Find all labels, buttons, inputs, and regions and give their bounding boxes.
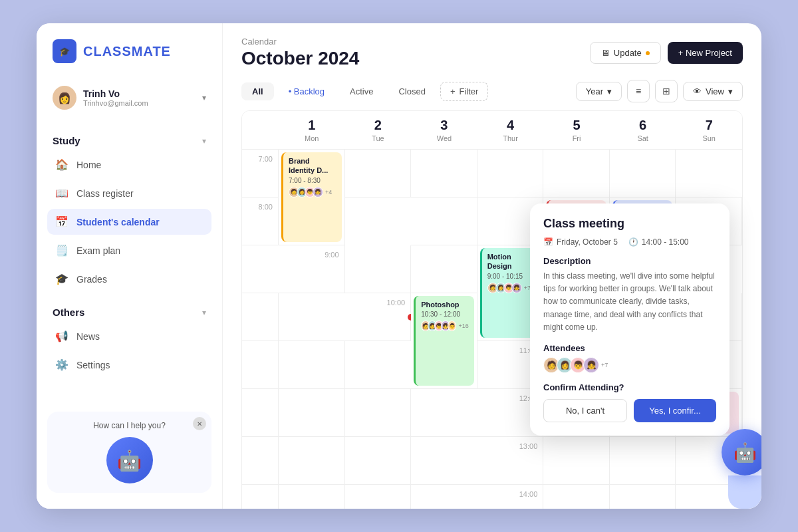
cell-tue-1300 bbox=[610, 437, 676, 485]
cell-sun-1300 bbox=[411, 485, 477, 509]
cell-mon-1400 bbox=[543, 485, 610, 509]
logo-area: 🎓 CLASSMATE bbox=[47, 39, 211, 63]
cell-thu-1300 bbox=[242, 485, 279, 509]
year-chevron-icon: ▾ bbox=[607, 86, 612, 96]
event-brand-identity[interactable]: Brand Identity D... 7:00 - 8:30 🧑 👩 👦 👧 … bbox=[281, 152, 342, 242]
filter-backlog[interactable]: Backlog bbox=[278, 82, 335, 100]
cell-mon-900 bbox=[345, 245, 412, 293]
sidebar-item-grades[interactable]: 🎓 Grades bbox=[47, 266, 211, 292]
time-1300: 13:00 bbox=[477, 437, 544, 485]
list-view-button[interactable]: ≡ bbox=[627, 80, 650, 102]
sidebar-item-news-label: News bbox=[76, 331, 100, 342]
popup-title: Class meeting bbox=[543, 217, 716, 231]
logo-icon: 🎓 bbox=[53, 39, 76, 63]
year-view-button[interactable]: Year ▾ bbox=[576, 82, 622, 101]
cell-mon-1000[interactable]: Photoshop 10:30 - 12:00 🧑 👩 👦 👧 👨 +16 bbox=[411, 293, 477, 389]
time-700: 7:00 bbox=[242, 150, 279, 198]
grid-view-button[interactable]: ⊞ bbox=[655, 80, 678, 102]
cell-sat-1200 bbox=[345, 437, 412, 485]
update-dot bbox=[646, 51, 650, 55]
page-title: October 2024 bbox=[241, 48, 359, 69]
time-800: 8:00 bbox=[242, 198, 279, 245]
event-photoshop-time: 10:30 - 12:00 bbox=[421, 311, 469, 318]
calendar-area[interactable]: ‹ 1 Mon 2 Tue 3 Wed bbox=[223, 110, 761, 509]
sidebar-item-class-register-label: Class register bbox=[76, 188, 134, 199]
day-name-1: Mon bbox=[279, 134, 345, 142]
exam-icon: 🗒️ bbox=[55, 244, 68, 257]
cell-sat-1300 bbox=[345, 485, 412, 509]
ps-extra: +16 bbox=[458, 323, 468, 329]
sidebar-item-home[interactable]: 🏠 Home bbox=[47, 152, 211, 178]
breadcrumb: Calendar bbox=[241, 37, 359, 47]
user-email: Trinhvo@gmail.com bbox=[83, 99, 196, 107]
update-button[interactable]: 🖥 Update bbox=[590, 42, 661, 64]
chat-bot-avatar[interactable]: 🤖 bbox=[106, 437, 153, 483]
event-photoshop[interactable]: Photoshop 10:30 - 12:00 🧑 👩 👦 👧 👨 +16 bbox=[414, 296, 474, 386]
view-button[interactable]: 👁 View ▾ bbox=[683, 82, 743, 101]
study-chevron-icon: ▾ bbox=[202, 136, 206, 146]
settings-icon: ⚙️ bbox=[55, 358, 68, 371]
day-header-2: 2 Tue bbox=[345, 111, 412, 150]
day-name-4: Thur bbox=[477, 134, 544, 142]
calendar-icon: 📅 bbox=[55, 215, 68, 228]
popup-description: In this class meeting, we'll dive into s… bbox=[543, 270, 716, 334]
day-num-3: 3 bbox=[411, 118, 477, 133]
cell-mon-800-skip bbox=[345, 198, 412, 245]
app-container: 🎓 CLASSMATE 👩 Trinh Vo Trinhvo@gmail.com… bbox=[37, 23, 761, 509]
popup-meta: 📅 Friday, October 5 🕐 14:00 - 15:00 bbox=[543, 237, 716, 247]
cell-wed-700 bbox=[411, 150, 477, 198]
confirm-label: Confirm Attending? bbox=[543, 382, 716, 392]
time-900: 9:00 bbox=[279, 245, 345, 293]
cell-mon-700[interactable]: Brand Identity D... 7:00 - 8:30 🧑 👩 👦 👧 … bbox=[279, 150, 345, 245]
attendee-4: 👧 bbox=[583, 357, 599, 373]
sidebar-item-exam-plan[interactable]: 🗒️ Exam plan bbox=[47, 237, 211, 263]
cell-sun-1000 bbox=[345, 341, 412, 389]
study-section-header: Study ▾ bbox=[47, 130, 211, 149]
popup-attendees: 🧑 👩 👦 👧 +7 bbox=[543, 357, 716, 373]
sidebar-item-class-register[interactable]: 📖 Class register bbox=[47, 180, 211, 206]
sidebar-item-students-calendar[interactable]: 📅 Student's calendar bbox=[47, 209, 211, 235]
main-content: Calendar October 2024 🖥 Update + New Pro… bbox=[223, 23, 761, 509]
cell-fri-1000 bbox=[242, 341, 279, 389]
day-name-6: Sat bbox=[610, 134, 676, 142]
sidebar-item-settings[interactable]: ⚙️ Settings bbox=[47, 352, 211, 378]
cell-sat-700 bbox=[610, 150, 676, 198]
day-num-6: 6 bbox=[610, 118, 676, 133]
filter-active[interactable]: Active bbox=[339, 82, 384, 100]
mdav-4: 👧 bbox=[511, 283, 522, 293]
time-header bbox=[242, 111, 279, 150]
top-bar: Calendar October 2024 🖥 Update + New Pro… bbox=[223, 23, 761, 69]
sidebar-item-news[interactable]: 📢 News bbox=[47, 323, 211, 349]
filter-all[interactable]: All bbox=[241, 82, 274, 100]
new-project-button[interactable]: + New Project bbox=[668, 42, 743, 64]
psav-5: 👨 bbox=[448, 321, 457, 331]
sidebar-item-home-label: Home bbox=[76, 160, 101, 170]
event-brand-identity-title: Brand Identity D... bbox=[289, 156, 336, 176]
day-name-3: Wed bbox=[411, 134, 477, 142]
view-controls: Year ▾ ≡ ⊞ 👁 View ▾ bbox=[576, 80, 743, 102]
cell-thu-1100 bbox=[242, 389, 279, 437]
news-icon: 📢 bbox=[55, 330, 68, 342]
cell-fri-700 bbox=[543, 150, 610, 198]
chat-close-button[interactable]: ✕ bbox=[193, 417, 206, 430]
add-filter-button[interactable]: + Filter bbox=[440, 82, 488, 101]
day-name-5: Fri bbox=[543, 134, 610, 142]
filter-closed[interactable]: Closed bbox=[388, 82, 436, 100]
view-chevron-icon: ▾ bbox=[728, 86, 733, 96]
day-header-4: 4 Thur bbox=[477, 111, 544, 150]
decline-button[interactable]: No, I can't bbox=[543, 399, 627, 422]
event-brand-identity-time: 7:00 - 8:30 bbox=[289, 177, 336, 184]
event-photoshop-avatars: 🧑 👩 👦 👧 👨 +16 bbox=[421, 321, 469, 331]
cell-sun-700 bbox=[676, 150, 742, 198]
user-area[interactable]: 👩 Trinh Vo Trinhvo@gmail.com ▾ bbox=[47, 79, 211, 116]
filter-bar: All Backlog Active Closed + Filter Year … bbox=[223, 69, 761, 110]
monitor-icon: 🖥 bbox=[601, 48, 610, 58]
day-header-3: 3 Wed bbox=[411, 111, 477, 150]
others-chevron-icon: ▾ bbox=[202, 308, 206, 317]
sidebar-item-exam-plan-label: Exam plan bbox=[76, 245, 120, 256]
avatar-extra: +4 bbox=[325, 189, 332, 196]
grades-icon: 🎓 bbox=[55, 273, 68, 285]
calendar-small-icon: 📅 bbox=[543, 237, 553, 247]
confirm-button[interactable]: Yes, I confir... bbox=[634, 399, 716, 422]
study-section-title: Study bbox=[53, 135, 80, 146]
